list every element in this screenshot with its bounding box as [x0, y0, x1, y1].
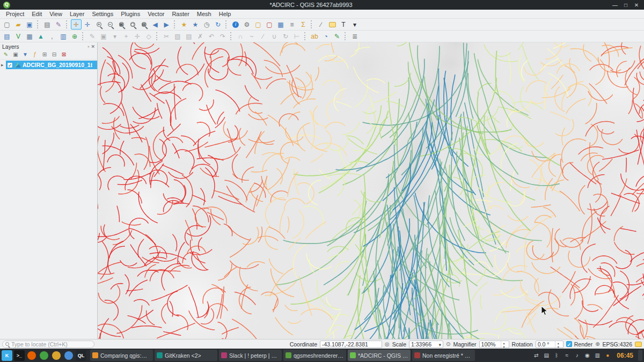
identify-features-icon[interactable]: i [230, 19, 241, 29]
temporal-controller-icon[interactable]: ◷ [201, 19, 212, 29]
expand-caret-icon[interactable] [1, 62, 6, 68]
text-annotation-icon[interactable]: T [338, 19, 349, 29]
extents-toggle-icon[interactable] [385, 341, 390, 347]
scale-select[interactable]: 1:33966 [409, 341, 443, 348]
clock[interactable]: 06:45 [613, 352, 636, 359]
log-messages-icon[interactable] [635, 342, 642, 347]
crs-status[interactable]: EPSG:4326 [603, 341, 632, 348]
minimize-button[interactable] [611, 2, 619, 8]
notifier-tray-icon[interactable]: ● [603, 352, 612, 358]
field-calculator-icon[interactable]: ≡ [287, 19, 297, 29]
task-qgsmeshrenderer[interactable]: qgsmeshrenderersetti... [283, 350, 346, 361]
run-feature-action-icon[interactable]: ⚙ [241, 19, 252, 29]
menu-item[interactable]: Plugins [117, 10, 144, 18]
clipboard-tray-icon[interactable]: ▤ [542, 352, 551, 358]
volume-tray-icon[interactable]: ♪ [573, 352, 581, 358]
undo-edit-icon[interactable]: ↶ [206, 31, 217, 41]
deselect-features-icon[interactable]: ▢ [264, 19, 275, 29]
app-launcher-icon[interactable]: K [2, 350, 12, 361]
annotation-toolbar-icon[interactable]: ✎ [332, 31, 342, 41]
refresh-map-icon[interactable]: ↻ [213, 19, 223, 29]
add-wms-layer-icon[interactable]: ⊕ [69, 31, 80, 41]
statistics-panel-icon[interactable]: ≣ [349, 31, 360, 41]
map-canvas[interactable] [98, 42, 644, 339]
menu-item[interactable]: Raster [168, 10, 193, 18]
annotation-dropdown-icon[interactable]: ▾ [349, 19, 360, 29]
render-row[interactable]: Render [566, 341, 592, 348]
menu-item[interactable]: Vector [144, 10, 168, 18]
add-postgis-layer-icon[interactable]: ▥ [58, 31, 69, 41]
panel-toggle[interactable] [638, 350, 642, 361]
trim-extend-icon[interactable]: ⊢ [291, 31, 302, 41]
layer-labeling-icon[interactable]: ab [309, 31, 320, 41]
show-bookmarks-icon[interactable]: ★ [190, 19, 201, 29]
redo-edit-icon[interactable]: ↷ [217, 31, 228, 41]
open-layer-styling-panel-icon[interactable]: ✎ [2, 51, 10, 59]
add-vector-layer-icon[interactable]: V [13, 31, 24, 41]
menu-item[interactable]: Mesh [193, 10, 215, 18]
remove-layer-icon[interactable]: ⊠ [60, 51, 68, 59]
magnifier-spinbox[interactable]: 100% [479, 341, 509, 348]
save-layer-edits-icon[interactable]: ▣ [98, 31, 109, 41]
zoom-to-layer-icon[interactable]: ▤ [138, 19, 149, 29]
task-qgis-adcirc[interactable]: *ADCIRC - QGIS 26427... [348, 350, 411, 361]
delete-selected-icon[interactable]: ✗ [195, 31, 206, 41]
layer-visibility-checkbox[interactable] [7, 62, 13, 68]
add-group-icon[interactable]: ▣ [11, 51, 20, 59]
filter-legend-icon[interactable]: ▼ [21, 51, 30, 59]
menu-item[interactable]: View [46, 10, 66, 18]
map-tips-icon[interactable] [327, 19, 338, 29]
collapse-all-icon[interactable]: ⊟ [50, 51, 58, 59]
cut-features-icon[interactable]: ✂ [161, 31, 172, 41]
zoom-full-icon[interactable]: ▣ [116, 19, 127, 29]
print-layout-icon[interactable]: ▤ [42, 19, 53, 29]
menu-item[interactable]: Settings [88, 10, 117, 18]
close-panel-icon[interactable] [91, 44, 95, 49]
vertex-tool-icon[interactable]: ◇ [143, 31, 154, 41]
select-features-icon[interactable]: ▢ [253, 19, 264, 29]
lock-scale-icon[interactable] [446, 341, 450, 347]
new-bookmark-icon[interactable]: ★ [179, 19, 189, 29]
qgis-ltr-icon[interactable]: QL [76, 350, 86, 361]
pan-map-icon[interactable]: ✛ [71, 19, 82, 29]
kmail-icon[interactable] [52, 351, 61, 360]
paste-features-icon[interactable]: ▤ [184, 31, 194, 41]
task-non-enregistre[interactable]: Non enregistré * — Sp... [412, 350, 475, 361]
toggle-editing-icon[interactable]: ✎ [87, 31, 98, 41]
locate-input[interactable] [11, 341, 91, 348]
updates-tray-icon[interactable]: ⇄ [532, 352, 540, 358]
microphone-tray-icon[interactable]: ◉ [583, 352, 591, 358]
offset-curve-icon[interactable]: ∩ [235, 31, 246, 41]
network-tray-icon[interactable]: ≈ [562, 352, 571, 358]
data-source-manager-icon[interactable]: ▤ [2, 31, 12, 41]
save-project-icon[interactable]: ▣ [24, 19, 35, 29]
task-comparing-qgis[interactable]: Comparing qgis:mast... [90, 350, 153, 361]
konsole-icon[interactable]: >_ [14, 350, 25, 361]
menu-item[interactable]: Edit [28, 10, 46, 18]
reshape-features-icon[interactable]: ~ [246, 31, 257, 41]
crs-icon[interactable] [595, 341, 599, 347]
float-panel-icon[interactable] [87, 44, 89, 49]
add-delimited-text-icon[interactable]: , [47, 31, 57, 41]
chromium-icon[interactable] [64, 351, 73, 360]
maximize-button[interactable] [621, 2, 630, 8]
filter-by-expression-icon[interactable]: ƒ [31, 51, 39, 59]
rotate-feature-icon[interactable]: ↻ [280, 31, 291, 41]
open-attribute-table-icon[interactable]: ▦ [275, 19, 286, 29]
task-gitkraken[interactable]: GitKraken <2> [155, 350, 217, 361]
merge-features-icon[interactable]: ∪ [269, 31, 280, 41]
style-manager-icon[interactable]: ✎ [53, 19, 64, 29]
bluetooth-tray-icon[interactable]: ᛒ [552, 352, 561, 358]
expand-all-icon[interactable]: ⊞ [40, 51, 49, 59]
menu-item[interactable]: Project [2, 10, 28, 18]
layer-diagram-icon[interactable]: ◔ [320, 31, 331, 41]
zoom-out-icon[interactable]: − [105, 19, 115, 29]
move-feature-icon[interactable]: ✛ [132, 31, 143, 41]
task-slack[interactable]: Slack | ! peterp | Lutr... [219, 350, 282, 361]
new-project-icon[interactable]: ▢ [2, 19, 12, 29]
render-checkbox[interactable] [566, 341, 572, 347]
menu-item[interactable]: Layer [66, 10, 89, 18]
zoom-to-selection-icon[interactable]: ▢ [127, 19, 138, 29]
current-edits-icon[interactable]: ▾ [109, 31, 120, 41]
add-raster-layer-icon[interactable]: ▦ [24, 31, 35, 41]
